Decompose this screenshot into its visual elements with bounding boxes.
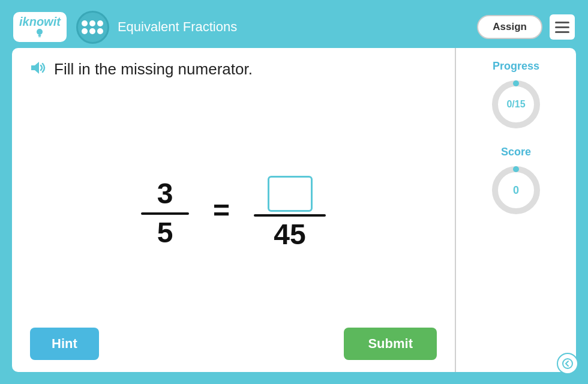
logo-box: iknowit [13,12,67,42]
progress-value: 0/15 [506,99,525,110]
inner-wrapper: iknowit [6,6,582,378]
logo-container: iknowit [13,12,67,42]
fraction-left-numerator: 3 [157,178,173,212]
svg-rect-1 [38,35,41,36]
audio-icon [30,61,47,75]
svg-marker-3 [31,62,39,74]
assign-button[interactable]: Assign [477,15,542,39]
fraction-left: 3 5 [141,178,189,249]
logo-text: iknowit [19,16,61,28]
progress-ring: 0/15 [489,77,543,131]
app-container: iknowit [0,0,588,384]
fraction-area: 3 5 = 45 [30,109,437,318]
svg-point-8 [563,359,572,368]
submit-button[interactable]: Submit [344,328,437,360]
header: iknowit [6,6,582,48]
bottom-buttons: Hint Submit [30,318,437,360]
lesson-title: Equivalent Fractions [118,19,477,35]
hamburger-line-3 [555,31,569,33]
bulb-icon [34,28,45,38]
fraction-right-denominator: 45 [274,217,305,251]
equals-sign: = [213,194,230,227]
progress-section: Progress 0/15 [489,60,543,131]
question-header: Fill in the missing numerator. [30,60,437,79]
score-value: 0 [513,184,519,197]
header-right: Assign [477,14,575,40]
score-label: Score [501,146,531,158]
fraction-right: 45 [254,176,326,251]
hamburger-line-2 [555,26,569,28]
hint-button[interactable]: Hint [30,328,99,360]
hamburger-line-1 [555,22,569,23]
speaker-icon[interactable] [30,61,47,79]
svg-point-0 [37,29,43,35]
progress-label: Progress [493,60,539,73]
activity-dots-icon [76,11,109,44]
question-text: Fill in the missing numerator. [54,60,253,79]
menu-button[interactable] [550,14,575,40]
score-ring: 0 [489,163,543,217]
back-arrow-icon [562,358,573,369]
answer-input-box[interactable] [268,176,313,212]
score-section: Score 0 [489,146,543,217]
right-panel: Progress 0/15 Score [456,48,576,372]
svg-rect-2 [38,37,41,38]
back-button[interactable] [557,353,578,374]
main-content: Fill in the missing numerator. 3 5 = 45 [12,48,576,372]
fraction-left-denominator: 5 [157,215,173,249]
left-panel: Fill in the missing numerator. 3 5 = 45 [12,48,456,372]
